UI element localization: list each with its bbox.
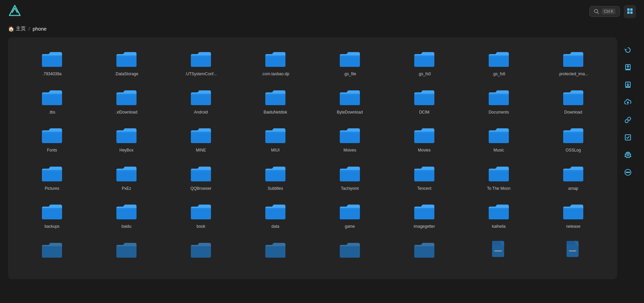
file-item-partial[interactable] (388, 236, 460, 266)
file-item[interactable]: game (314, 198, 386, 233)
breadcrumb-home[interactable]: 🏠 主页 (8, 26, 26, 32)
file-item[interactable]: .protected_ima... (537, 45, 609, 81)
file-item[interactable]: .com.taobao.dp (239, 45, 311, 81)
file-name: To The Moon (466, 186, 532, 191)
file-name: amap (540, 186, 606, 191)
file-item[interactable]: MINE (165, 122, 237, 157)
file-item[interactable]: BaiduNetdisk (239, 84, 311, 119)
file-item[interactable]: .gs_file (314, 45, 386, 81)
file-name: game (317, 224, 383, 229)
file-item-partial[interactable] (537, 236, 609, 266)
folder-icon (414, 88, 435, 106)
file-item[interactable]: book (165, 198, 237, 233)
file-name: netease (540, 224, 606, 229)
file-item[interactable]: .xlDownload (91, 84, 162, 119)
file-item[interactable]: .DataStorage (91, 45, 162, 81)
file-item[interactable]: Android (165, 84, 237, 119)
file-item[interactable]: Download (537, 84, 609, 119)
file-item[interactable]: QQBrowser (165, 160, 237, 196)
file-item[interactable]: OSSLog (537, 122, 609, 157)
folder-icon (414, 49, 435, 68)
file-item[interactable]: .UTSystemConf... (165, 45, 237, 81)
link-icon[interactable] (622, 114, 634, 126)
file-item[interactable]: imagegetter (388, 198, 460, 233)
file-icon (488, 240, 509, 259)
file-item[interactable]: amap (537, 160, 609, 196)
file-item[interactable]: .gs_fs0 (388, 45, 460, 81)
folder-icon (190, 240, 212, 259)
file-item-partial[interactable] (165, 236, 237, 266)
file-name: Subtitles (242, 186, 309, 191)
check-icon[interactable] (622, 131, 634, 143)
file-name: .gs_file (317, 72, 383, 77)
folder-icon (190, 49, 212, 68)
file-item[interactable]: netease (537, 198, 609, 233)
folder-icon (41, 126, 63, 144)
file-item[interactable]: backups (16, 198, 88, 233)
folder-icon (339, 49, 361, 68)
main-content: .7934039a .DataStorage .UTSystemConf... … (0, 37, 644, 279)
file-item-partial[interactable] (463, 236, 535, 266)
upload-icon[interactable] (622, 61, 634, 74)
svg-rect-136 (340, 246, 360, 258)
breadcrumb-current: phone (33, 26, 47, 32)
folder-icon (265, 164, 286, 183)
file-item[interactable]: Documents (463, 84, 535, 119)
file-name: OSSLog (540, 148, 606, 153)
svg-rect-138 (414, 246, 434, 258)
file-item[interactable]: Moives (314, 122, 386, 157)
file-item-partial[interactable] (91, 236, 162, 266)
folder-icon (339, 202, 361, 221)
folder-icon (339, 240, 361, 259)
cloud-upload-icon[interactable] (622, 96, 634, 109)
file-item[interactable]: ByteDownload (314, 84, 386, 119)
file-name: baidu (93, 224, 160, 229)
file-item[interactable]: Fonts (16, 122, 88, 157)
file-name: backups (19, 224, 85, 229)
download-icon[interactable] (622, 79, 634, 91)
grid-toggle-button[interactable] (624, 5, 636, 18)
file-item[interactable]: .gs_fs6 (463, 45, 535, 81)
file-name: .tbs (19, 110, 85, 115)
file-item[interactable]: Tachiyomi (314, 160, 386, 196)
svg-rect-134 (265, 246, 285, 258)
file-item[interactable]: .tbs (16, 84, 88, 119)
svg-rect-154 (625, 135, 631, 140)
file-name: .gs_fs0 (391, 72, 458, 77)
folder-icon (116, 202, 137, 221)
file-item[interactable]: HeyBox (91, 122, 162, 157)
settings-icon[interactable] (622, 149, 634, 161)
file-item[interactable]: PxEz (91, 160, 162, 196)
file-item[interactable]: Movies (388, 122, 460, 157)
file-name: Moives (317, 148, 383, 153)
header: Ctrl K (0, 0, 644, 23)
file-item-partial[interactable] (314, 236, 386, 266)
file-item[interactable]: MIUI (239, 122, 311, 157)
file-item[interactable]: baidu (91, 198, 162, 233)
file-item[interactable]: Tencent (388, 160, 460, 196)
folder-icon (488, 88, 509, 106)
file-item[interactable]: data (239, 198, 311, 233)
file-item[interactable]: To The Moon (463, 160, 535, 196)
file-name: .protected_ima... (540, 72, 606, 77)
more-icon[interactable] (622, 166, 634, 178)
file-item-partial[interactable] (16, 236, 88, 266)
folder-icon (339, 126, 361, 144)
file-item[interactable]: Pictures (16, 160, 88, 196)
file-name: HeyBox (93, 148, 160, 153)
search-bar[interactable]: Ctrl K (589, 6, 620, 17)
file-item[interactable]: DCIM (388, 84, 460, 119)
grid-icon (627, 8, 633, 14)
file-item[interactable]: Subtitles (239, 160, 311, 196)
folder-icon (562, 126, 584, 144)
file-name: Tencent (391, 186, 458, 191)
file-item-partial[interactable] (239, 236, 311, 266)
folder-icon (265, 88, 286, 106)
refresh-icon[interactable] (622, 44, 634, 56)
file-item[interactable]: kaiheila (463, 198, 535, 233)
file-item[interactable]: Music (463, 122, 535, 157)
folder-icon (190, 164, 212, 183)
folder-icon (562, 164, 584, 183)
file-item[interactable]: .7934039a (16, 45, 88, 81)
svg-rect-141 (492, 241, 501, 245)
